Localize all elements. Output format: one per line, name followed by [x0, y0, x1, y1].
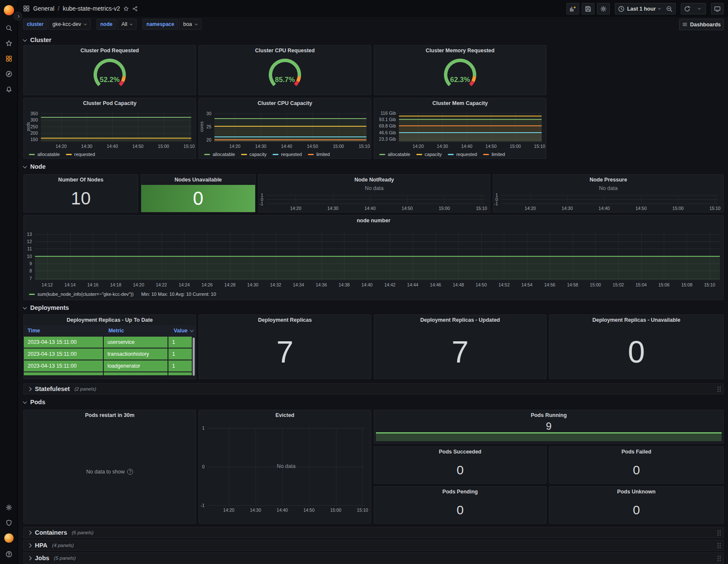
- column-header[interactable]: Value: [170, 328, 196, 334]
- user-avatar[interactable]: [3, 532, 15, 544]
- breadcrumb-folder[interactable]: General: [33, 5, 54, 12]
- gridline: [501, 195, 718, 196]
- section-containers[interactable]: Containers (6 panels): [23, 527, 724, 538]
- refresh-button[interactable]: [681, 3, 694, 14]
- section-statefuleset[interactable]: Statefuleset (2 panels): [23, 383, 724, 394]
- panel-title[interactable]: Deployment Replicas - Updated: [374, 315, 546, 325]
- variable-namespace-select[interactable]: boa: [179, 19, 202, 30]
- panel-title[interactable]: Cluster Memory Requested: [374, 45, 546, 56]
- legend-item[interactable]: capacity: [416, 152, 442, 157]
- legend-item[interactable]: allocatable: [204, 152, 235, 157]
- explore-icon[interactable]: [3, 68, 15, 80]
- cycle-view-button[interactable]: [711, 3, 724, 14]
- x-tick-label: 15:00: [158, 144, 169, 149]
- panel-title[interactable]: Cluster Pod Requested: [24, 45, 196, 56]
- legend-item[interactable]: limited: [483, 152, 505, 157]
- x-tick-label: 14:56: [544, 282, 555, 287]
- drag-handle[interactable]: [717, 542, 721, 549]
- time-series-chart[interactable]: 14:1214:1414:1614:1814:2014:2214:2414:26…: [24, 226, 723, 300]
- gauge-chart[interactable]: 52.2%: [24, 55, 196, 95]
- panel-title[interactable]: Deployment Replicas: [199, 315, 371, 325]
- panel-title[interactable]: Deployment Replicas - Unavailable: [549, 315, 723, 325]
- section-hpa[interactable]: HPA (4 panels): [23, 540, 724, 551]
- alerting-icon[interactable]: [3, 83, 15, 95]
- grafana-logo[interactable]: [3, 4, 15, 16]
- time-series-chart[interactable]: 14:2014:3014:4014:5015:0015:1010-1No dat…: [199, 420, 371, 523]
- panel-title[interactable]: Pods Running: [374, 410, 723, 420]
- variable-node-select[interactable]: All: [117, 19, 136, 30]
- legend-item[interactable]: requested: [66, 152, 95, 157]
- dashboards-button[interactable]: Dashboards: [679, 19, 724, 30]
- help-circle-icon[interactable]: ?: [127, 469, 133, 475]
- panel-title[interactable]: Deployment Replicas - Up To Date: [24, 315, 196, 325]
- legend-item[interactable]: requested: [273, 152, 302, 157]
- section-header-pods[interactable]: Pods: [23, 398, 45, 406]
- panel-title[interactable]: Cluster CPU Requested: [199, 45, 371, 56]
- section-jobs[interactable]: Jobs (5 panels): [23, 553, 724, 564]
- panel-title[interactable]: Node Pressure: [493, 175, 723, 185]
- variable-namespace: namespace boa: [142, 19, 201, 30]
- drag-handle[interactable]: [717, 555, 721, 561]
- stat-value: 7: [374, 325, 546, 379]
- breadcrumb-dashboard[interactable]: kube-state-metrics-v2: [63, 5, 120, 12]
- panel-title[interactable]: Pods Succeeded: [374, 447, 546, 457]
- panel-title[interactable]: Cluster Mem Capacity: [374, 98, 546, 108]
- gauge-chart[interactable]: 85.7%: [199, 55, 371, 95]
- panel-title[interactable]: Pods Unknown: [549, 487, 723, 497]
- time-series-chart[interactable]: 14:2014:3014:4014:5015:0015:10116 Gib93.…: [374, 108, 546, 159]
- star-icon[interactable]: [123, 6, 129, 11]
- table-cell: 2023-04-13 15:11:00: [24, 337, 103, 348]
- legend-item[interactable]: sum(kube_node_info{cluster=~"gke-kcc-dev…: [29, 292, 216, 297]
- dashboard-settings-button[interactable]: [597, 3, 610, 14]
- legend-item[interactable]: limited: [308, 152, 330, 157]
- time-series-chart[interactable]: 14:2014:3014:4014:5015:0015:1010-1No dat…: [493, 185, 723, 212]
- configuration-icon[interactable]: [3, 502, 15, 513]
- panel-title[interactable]: Nodes Unavailable: [141, 175, 255, 185]
- dashboards-icon[interactable]: [3, 53, 15, 65]
- variable-cluster-select[interactable]: gke-kcc-dev: [48, 19, 90, 30]
- column-header[interactable]: Time: [24, 328, 105, 334]
- starred-icon[interactable]: [3, 37, 15, 49]
- drag-handle[interactable]: [717, 530, 721, 536]
- time-series-chart[interactable]: 14:2014:3014:4014:5015:0015:10302520core…: [199, 108, 371, 159]
- legend-item[interactable]: allocatable: [29, 152, 60, 157]
- time-series-chart[interactable]: 14:2014:3014:4014:5015:0015:1010-1No dat…: [259, 185, 490, 212]
- time-series-chart[interactable]: 14:2014:3014:4014:5015:0015:103503002502…: [24, 108, 196, 159]
- panel-title[interactable]: Node NotReady: [259, 175, 490, 185]
- refresh-interval-dropdown[interactable]: [693, 3, 706, 14]
- search-icon[interactable]: [3, 22, 15, 34]
- drag-handle[interactable]: [717, 386, 721, 392]
- legend-item[interactable]: requested: [448, 152, 477, 157]
- x-tick-label: 14:40: [364, 206, 375, 211]
- panel-title[interactable]: Cluster CPU Capacity: [199, 98, 371, 108]
- gauge-chart[interactable]: 62.3%: [374, 55, 546, 95]
- sidebar-expand-button[interactable]: [14, 12, 22, 20]
- legend-color: [29, 294, 35, 295]
- share-icon[interactable]: [132, 6, 138, 11]
- help-icon[interactable]: [3, 548, 15, 560]
- panel-title[interactable]: Pods Failed: [549, 447, 723, 457]
- panel-title[interactable]: Pods Pending: [374, 487, 546, 497]
- table-scrollbar[interactable]: [193, 337, 195, 376]
- add-panel-button[interactable]: [566, 3, 579, 14]
- legend-label: capacity: [250, 152, 267, 157]
- section-header-cluster[interactable]: Cluster: [23, 36, 51, 44]
- panel-title[interactable]: Number Of Nodes: [24, 175, 138, 185]
- legend-item[interactable]: allocatable: [379, 152, 410, 157]
- time-range-picker[interactable]: Last 1 hour: [615, 3, 663, 14]
- column-header[interactable]: Metric: [105, 328, 170, 334]
- legend-item[interactable]: capacity: [241, 152, 267, 157]
- save-dashboard-button[interactable]: [582, 3, 594, 14]
- legend-color: [241, 154, 247, 155]
- section-header-deployments[interactable]: Deployments: [23, 303, 69, 312]
- panel-title[interactable]: node number: [24, 215, 723, 226]
- panel-title[interactable]: Evicted: [199, 410, 371, 420]
- section-header-node[interactable]: Node: [23, 162, 46, 171]
- legend-color: [29, 154, 35, 155]
- panel-title[interactable]: Pods restart in 30m: [24, 410, 196, 420]
- x-tick-label: 14:40: [599, 206, 610, 211]
- admin-icon[interactable]: [3, 517, 15, 529]
- legend-query: sum(kube_node_info{cluster=~"gke-kcc-dev…: [37, 292, 134, 297]
- zoom-out-time-button[interactable]: [663, 3, 676, 14]
- panel-title[interactable]: Cluster Pod Capacity: [24, 98, 196, 108]
